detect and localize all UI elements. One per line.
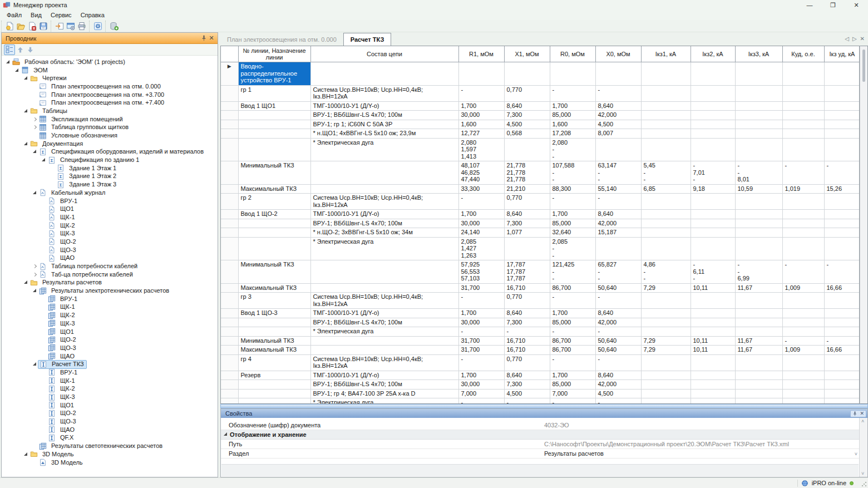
- table-cell[interactable]: -: [458, 194, 504, 210]
- pin-icon[interactable]: [852, 411, 857, 416]
- table-cell[interactable]: 11,67: [735, 346, 782, 355]
- table-cell[interactable]: [641, 398, 691, 405]
- table-cell[interactable]: 31,700: [458, 346, 504, 355]
- table-cell[interactable]: ТМГ-1000/10-У1 (Д/Y-о): [310, 371, 458, 380]
- table-cell[interactable]: 7,300: [504, 380, 550, 390]
- table-cell[interactable]: [691, 318, 735, 327]
- tree-item[interactable]: Таблица потребности кабелей: [2, 262, 218, 270]
- expand-arrow-icon[interactable]: [23, 279, 29, 285]
- table-cell[interactable]: 2,085 1,427 1,263: [458, 237, 504, 260]
- table-cell[interactable]: 1,700: [458, 371, 504, 380]
- table-cell[interactable]: 0,770: [504, 85, 550, 101]
- tree-item[interactable]: ЩО-2: [2, 336, 218, 344]
- table-cell[interactable]: 8,007: [595, 129, 641, 139]
- tree-item[interactable]: ЩО-2: [2, 238, 218, 246]
- table-cell[interactable]: 0,770: [504, 293, 550, 309]
- table-cell[interactable]: -: [595, 194, 641, 210]
- table-cell[interactable]: 17,208: [550, 129, 595, 139]
- table-cell[interactable]: [691, 101, 735, 111]
- table-cell[interactable]: ТМГ-1000/10-У1 (Д/Y-о): [310, 210, 458, 219]
- table-cell[interactable]: 17,787 17,787 17,787: [504, 260, 550, 284]
- table-cell[interactable]: [824, 389, 860, 398]
- table-cell[interactable]: 7,300: [504, 219, 550, 228]
- table-cell[interactable]: 0,568: [504, 129, 550, 139]
- table-cell[interactable]: 85,000: [550, 111, 595, 120]
- tree-item[interactable]: ЩК-3: [2, 393, 218, 401]
- table-cell[interactable]: [782, 228, 824, 238]
- tree-item-selected[interactable]: Расчет ТКЗ: [2, 360, 218, 368]
- table-cell[interactable]: 42,000: [595, 380, 641, 390]
- table-cell[interactable]: 88,300: [550, 184, 595, 194]
- tree-item[interactable]: Экспликация помещений: [2, 115, 218, 124]
- table-cell[interactable]: -: [458, 398, 504, 405]
- table-cell[interactable]: [782, 380, 824, 390]
- expand-arrow-icon[interactable]: [32, 288, 38, 294]
- table-cell[interactable]: [691, 237, 735, 260]
- tree-item[interactable]: Таб-ца потребности кабелей: [2, 270, 218, 279]
- move-up-icon[interactable]: [15, 45, 25, 55]
- tree-item[interactable]: ЩО-3: [2, 417, 218, 426]
- table-cell[interactable]: 10,59: [735, 184, 782, 194]
- table-cell[interactable]: [595, 62, 641, 86]
- tree-item[interactable]: ЩК-3: [2, 319, 218, 328]
- table-cell[interactable]: 21,778 21,778 21,778: [504, 161, 550, 185]
- table-cell[interactable]: 5,45 - -: [641, 161, 691, 185]
- table-cell[interactable]: 0,770: [504, 354, 550, 371]
- table-cell[interactable]: [782, 111, 824, 120]
- scroll-down-icon[interactable]: ˅: [861, 471, 864, 476]
- table-cell[interactable]: [641, 120, 691, 129]
- table-cell[interactable]: 7,300: [504, 318, 550, 327]
- open-project-icon[interactable]: [16, 21, 27, 31]
- table-cell[interactable]: [691, 210, 735, 219]
- table-cell[interactable]: * н.ЩО1; 4хВВГнг-LS 5х10 ож; 23,9м: [310, 129, 458, 139]
- table-cell[interactable]: [238, 237, 310, 260]
- table-cell[interactable]: 8,640: [595, 210, 641, 219]
- save-project-icon[interactable]: [38, 21, 49, 31]
- table-cell[interactable]: [238, 219, 310, 228]
- table-cell[interactable]: [782, 85, 824, 101]
- table-cell[interactable]: Резерв: [238, 371, 310, 380]
- table-cell[interactable]: - 7,01 -: [691, 161, 735, 185]
- table-cell[interactable]: 85,000: [550, 219, 595, 228]
- table-cell[interactable]: 1,077: [504, 228, 550, 238]
- menu-item[interactable]: Сервис: [46, 10, 76, 20]
- import-project-icon[interactable]: [54, 21, 65, 31]
- table-cell[interactable]: [641, 237, 691, 260]
- table-cell[interactable]: 50,640: [595, 336, 641, 346]
- table-cell[interactable]: [782, 210, 824, 219]
- scroll-up-icon[interactable]: ˄: [861, 418, 864, 424]
- table-cell[interactable]: 4,86 - -: [641, 260, 691, 284]
- table-cell[interactable]: 10,11: [691, 346, 735, 355]
- tree-item[interactable]: ЩАО: [2, 352, 218, 361]
- table-cell[interactable]: [641, 111, 691, 120]
- table-cell[interactable]: Система Uср.ВН=10кВ; Uср.НН=0,4кВ; Iкз.В…: [310, 194, 458, 210]
- table-cell[interactable]: [641, 371, 691, 380]
- table-cell[interactable]: [735, 389, 782, 398]
- tree-item[interactable]: ΣЗдание 1 Этаж 1: [2, 164, 218, 172]
- table-cell[interactable]: Система Uср.ВН=10кВ; Uср.НН=0,4кВ; Iкз.В…: [310, 85, 458, 101]
- table-cell[interactable]: [691, 354, 735, 371]
- table-cell[interactable]: [735, 293, 782, 309]
- tree-item[interactable]: Результаты электротехнических расчетов: [2, 287, 218, 295]
- table-cell[interactable]: 7,29: [641, 283, 691, 293]
- tree-item[interactable]: ЩК-1: [2, 303, 218, 312]
- table-cell[interactable]: [782, 318, 824, 327]
- table-cell[interactable]: 86,700: [550, 283, 595, 293]
- table-cell[interactable]: 4,500: [595, 120, 641, 129]
- table-cell[interactable]: 15,26: [824, 184, 860, 194]
- tree-item[interactable]: Результаты расчетов: [2, 279, 218, 287]
- table-cell[interactable]: 16,710: [504, 336, 550, 346]
- table-cell[interactable]: -: [550, 194, 595, 210]
- table-cell[interactable]: 0,770: [504, 194, 550, 210]
- table-cell[interactable]: Максимальный ТКЗ: [238, 184, 310, 194]
- table-cell[interactable]: 48,107 46,825 47,440: [458, 161, 504, 185]
- table-cell[interactable]: [824, 120, 860, 129]
- table-cell[interactable]: 9,18: [691, 184, 735, 194]
- expand-arrow-icon[interactable]: [23, 75, 29, 81]
- table-cell[interactable]: [782, 371, 824, 380]
- tree-item[interactable]: Условные обозначения: [2, 131, 218, 140]
- tree-item[interactable]: Кабельный журнал: [2, 189, 218, 197]
- table-cell[interactable]: 24,140: [458, 228, 504, 238]
- table-cell[interactable]: [691, 309, 735, 318]
- table-cell[interactable]: - - 6,99: [735, 260, 782, 284]
